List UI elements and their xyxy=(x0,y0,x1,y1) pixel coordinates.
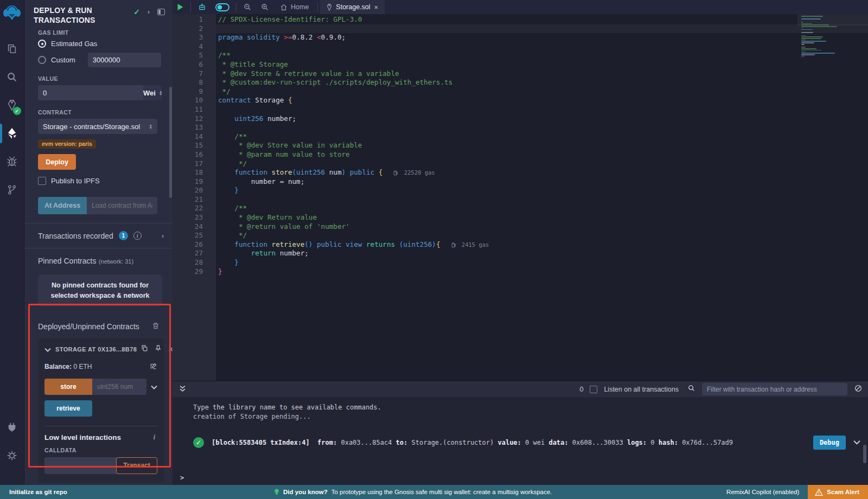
panel-scrollbar[interactable] xyxy=(169,87,172,198)
ai-copilot-icon[interactable] xyxy=(193,0,211,14)
value-input[interactable] xyxy=(38,85,143,100)
settings-gear-icon[interactable] xyxy=(0,442,24,470)
debugger-icon[interactable] xyxy=(0,148,24,176)
gas-limit-label: GAS LIMIT xyxy=(38,29,173,36)
code-line[interactable]: 13 xyxy=(173,123,868,132)
code-line[interactable]: 15 * @dev Store value in variable xyxy=(173,141,868,150)
code-line[interactable]: 27 return number; xyxy=(173,249,868,258)
line-number: 5 xyxy=(173,51,203,60)
solidity-compiler-icon[interactable]: ✓ xyxy=(0,91,24,119)
retrieve-function-button[interactable]: retrieve xyxy=(44,400,92,417)
code-line[interactable]: 29} xyxy=(173,267,868,277)
publish-ipfs-checkbox[interactable] xyxy=(38,177,46,185)
close-tab-icon[interactable]: × xyxy=(374,3,379,11)
code-line[interactable]: 14 /** xyxy=(173,132,868,142)
code-line[interactable]: 28 } xyxy=(173,258,868,267)
line-number: 7 xyxy=(173,69,203,79)
git-icon[interactable] xyxy=(0,176,24,204)
git-init-button[interactable]: Initialize as git repo xyxy=(0,489,67,495)
zoom-out-icon[interactable] xyxy=(239,0,256,14)
plugin-manager-icon[interactable] xyxy=(0,413,24,442)
code-line[interactable]: 26 function retrieve() public view retur… xyxy=(173,240,868,250)
value-unit-select[interactable]: Wei ▲▼ xyxy=(143,85,162,100)
code-line[interactable]: 24 * @return value of 'number' xyxy=(173,222,868,232)
code-line[interactable]: 7 * @dev Store & retrieve value in a var… xyxy=(173,69,868,79)
estimated-gas-radio[interactable] xyxy=(38,40,46,48)
info-icon[interactable]: i xyxy=(133,232,142,240)
code-line[interactable]: 8 * @custom:dev-run-script ./scripts/dep… xyxy=(173,78,868,87)
scam-alert-button[interactable]: Scam Alert xyxy=(808,485,868,499)
code-line[interactable]: 18 function store(uint256 num) public { … xyxy=(173,168,868,177)
code-line[interactable]: 12 uint256 number; xyxy=(173,114,868,124)
zoom-in-icon[interactable] xyxy=(256,0,273,14)
code-line[interactable]: 17 */ xyxy=(173,159,868,169)
run-script-button[interactable] xyxy=(173,0,188,14)
edit-icon[interactable] xyxy=(150,362,157,372)
custom-gas-input[interactable] xyxy=(88,53,161,67)
line-number: 16 xyxy=(173,150,203,159)
code-line[interactable]: 25 */ xyxy=(173,231,868,240)
info-icon[interactable]: i xyxy=(154,433,155,442)
copilot-status[interactable]: RemixAI Copilot (enabled) xyxy=(726,489,799,495)
code-line[interactable]: 11 xyxy=(173,105,868,114)
pin-icon[interactable] xyxy=(155,344,162,354)
search-icon[interactable] xyxy=(0,63,24,91)
transaction-row[interactable]: ✓ [block:5583405 txIndex:4] from: 0xa03.… xyxy=(173,436,868,450)
code-line[interactable]: 1// SPDX-License-Identifier: GPL-3.0 xyxy=(173,15,868,24)
chevron-right-icon[interactable]: › xyxy=(162,232,164,240)
file-explorer-icon[interactable] xyxy=(0,35,24,63)
store-function-button[interactable]: store xyxy=(44,379,92,395)
debug-button[interactable]: Debug xyxy=(813,436,846,450)
tab-storage-label: Storage.sol xyxy=(336,3,370,11)
terminal-prompt[interactable]: > xyxy=(180,474,184,482)
code-line[interactable]: 3pragma solidity >=0.8.2 <0.9.0; xyxy=(173,33,868,42)
expand-tx-icon[interactable] xyxy=(853,439,860,446)
deploy-button[interactable]: Deploy xyxy=(38,154,76,170)
store-arg-input[interactable] xyxy=(92,379,146,395)
contract-instance-name[interactable]: STORAGE AT 0X136...8B78 xyxy=(55,346,137,353)
code-line[interactable]: 21 xyxy=(173,195,868,204)
panel-forward-icon[interactable]: › xyxy=(148,8,150,16)
transact-button[interactable]: Transact xyxy=(116,457,157,474)
custom-gas-radio[interactable] xyxy=(38,56,46,64)
chevron-down-icon[interactable] xyxy=(44,344,51,354)
minimap-slider[interactable] xyxy=(797,14,868,25)
terminal[interactable]: Type the library name to see available c… xyxy=(173,397,868,485)
tab-storage-sol[interactable]: Storage.sol × xyxy=(320,0,385,14)
code-editor[interactable]: 1// SPDX-License-Identifier: GPL-3.023pr… xyxy=(173,14,868,381)
code-line[interactable]: 19 number = num; xyxy=(173,177,868,187)
code-line[interactable]: 6 * @title Storage xyxy=(173,60,868,69)
terminal-scrollbar[interactable] xyxy=(863,445,866,463)
code-line[interactable]: 16 * @param num value to store xyxy=(173,150,868,159)
lightbulb-icon xyxy=(274,488,279,496)
trash-icon[interactable] xyxy=(152,322,159,332)
code-line[interactable]: 5/** xyxy=(173,51,868,60)
tab-home[interactable]: Home xyxy=(273,0,315,14)
at-address-input[interactable] xyxy=(87,197,157,214)
pin-panel-icon[interactable] xyxy=(157,9,165,15)
ai-toggle-icon[interactable] xyxy=(211,0,234,14)
filter-tx-input[interactable] xyxy=(702,383,847,395)
value-unit-label: Wei xyxy=(143,89,156,97)
collapse-terminal-icon[interactable] xyxy=(179,385,186,394)
code-line[interactable]: 22 /** xyxy=(173,204,868,213)
remix-logo-icon[interactable] xyxy=(2,3,22,25)
code-line[interactable]: 4 xyxy=(173,42,868,52)
listen-all-checkbox[interactable] xyxy=(590,386,597,393)
panel-title: DEPLOY & RUN TRANSACTIONS xyxy=(34,5,115,25)
clear-console-icon[interactable] xyxy=(854,384,863,395)
at-address-button[interactable]: At Address xyxy=(38,197,87,214)
copy-icon[interactable] xyxy=(141,344,148,354)
deploy-run-icon[interactable] xyxy=(0,119,24,148)
search-icon xyxy=(687,384,695,394)
contract-select[interactable]: Storage - contracts/Storage.sol ▲▼ xyxy=(38,119,157,134)
deploy-run-panel: DEPLOY & RUN TRANSACTIONS ✓ › GAS LIMIT … xyxy=(24,0,173,485)
close-icon[interactable]: × xyxy=(168,344,173,354)
code-line[interactable]: 23 * @dev Return value xyxy=(173,213,868,222)
code-line[interactable]: 20 } xyxy=(173,186,868,195)
code-line[interactable]: 9 */ xyxy=(173,87,868,97)
code-line[interactable]: 10contract Storage { xyxy=(173,96,868,105)
transactions-recorded-row[interactable]: Transactions recorded 1 i › xyxy=(24,223,173,248)
expand-args-icon[interactable] xyxy=(151,382,157,392)
code-line[interactable]: 2 xyxy=(173,24,868,34)
